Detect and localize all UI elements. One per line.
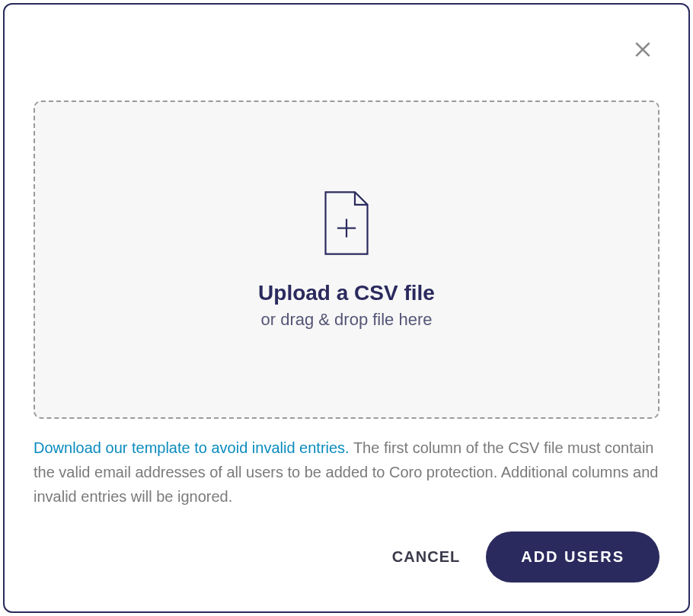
add-users-button[interactable]: ADD USERS bbox=[486, 531, 659, 582]
help-text: Download our template to avoid invalid e… bbox=[34, 436, 659, 509]
close-button[interactable] bbox=[629, 37, 656, 64]
download-template-link[interactable]: Download our template to avoid invalid e… bbox=[34, 439, 350, 456]
close-icon bbox=[633, 40, 653, 62]
file-add-icon bbox=[321, 190, 372, 260]
dropzone-subtitle: or drag & drop file here bbox=[260, 310, 432, 330]
cancel-button[interactable]: CANCEL bbox=[392, 548, 460, 566]
upload-users-modal: Upload a CSV file or drag & drop file he… bbox=[3, 3, 690, 613]
file-dropzone[interactable]: Upload a CSV file or drag & drop file he… bbox=[34, 101, 659, 419]
dropzone-title: Upload a CSV file bbox=[258, 281, 435, 305]
button-row: CANCEL ADD USERS bbox=[34, 509, 659, 582]
